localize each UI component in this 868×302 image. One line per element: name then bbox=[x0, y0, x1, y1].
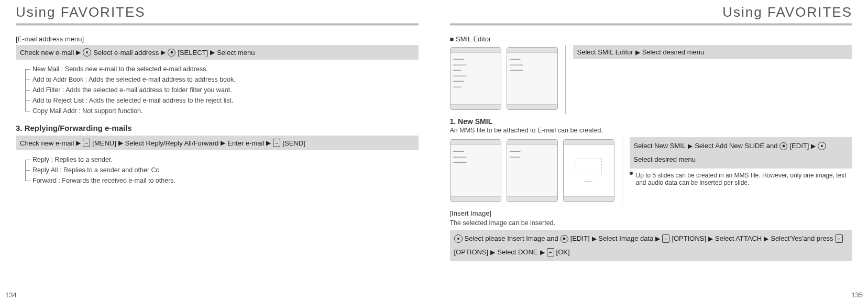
list-item: New Mail : Sends new e-mail to the selec… bbox=[25, 64, 419, 74]
softkey-options: [OPTIONS] bbox=[454, 247, 489, 258]
softkey-edit: [EDIT] bbox=[789, 140, 809, 152]
seg-select-menu: Select desired menu bbox=[634, 154, 696, 165]
phone-mock-body: ▁▁▁▁▁▁▁▁▁▁▁▁▁▁ bbox=[507, 53, 557, 104]
list-item: Reply : Replies to a sender. bbox=[25, 154, 419, 165]
softkey-icon: – bbox=[273, 139, 280, 147]
desc-new-smil: An MMS file to be attached to E-mail can… bbox=[450, 127, 853, 134]
list-item: Copy Mail Addr : Not support function. bbox=[25, 106, 419, 116]
page-number-left: 134 bbox=[5, 291, 17, 299]
page-title-right: Using FAVORITES bbox=[450, 0, 853, 24]
arrow-icon: ▶ bbox=[764, 233, 768, 244]
phone-mock-header bbox=[451, 140, 501, 145]
phone-mock: ▁▁▁▁▁▁▁▁▁▁▁▁▁▁ bbox=[450, 139, 501, 202]
phone-mock-footer bbox=[564, 196, 614, 202]
seg-select-menu: Select desired menu bbox=[642, 48, 705, 56]
arrow-icon: ▶ bbox=[76, 139, 81, 147]
seg-check-new-email: Check new e-mail bbox=[20, 139, 74, 147]
arrow-icon: ▶ bbox=[210, 49, 215, 56]
softkey-select: [SELECT] bbox=[178, 49, 208, 57]
instruction-bar-new-smil: Select New SMIL ▶ Select Add New SLIDE a… bbox=[630, 137, 853, 169]
arrow-icon: ▶ bbox=[490, 247, 495, 258]
arrow-icon: ▶ bbox=[655, 233, 660, 244]
arrow-icon: ▶ bbox=[118, 139, 123, 147]
center-key-icon bbox=[779, 142, 787, 150]
phone-mock-header bbox=[507, 48, 557, 53]
phone-mock-body: ▁▁▁▁▁▁▁▁▁▁▁▁▁▁▁▁▁▁▁▁▁▁▁▁ bbox=[451, 53, 501, 104]
phone-mock: ▁▁▁▁▁▁▁▁▁▁▁▁▁▁ bbox=[507, 47, 558, 110]
phone-mock-footer bbox=[451, 196, 501, 202]
seg-select-reply: Select Reply/Reply All/Forward bbox=[125, 139, 218, 147]
new-smil-row: ▁▁▁▁▁▁▁▁▁▁▁▁▁▁ ▁▁▁▁▁▁▁▁ ▁▁▁ bbox=[450, 137, 853, 206]
seg-select-done: Select DONE bbox=[497, 247, 537, 258]
seg-select-attach: Select ATTACH bbox=[715, 233, 762, 244]
instruction-bar-insert-image: Select please Insert Image and [EDIT] ▶ … bbox=[450, 230, 853, 261]
list-item: Add to Reject List : Adds the selected e… bbox=[25, 95, 419, 106]
seg-add-new-slide: Select Add New SLIDE and bbox=[695, 140, 777, 152]
list-item: Forward : Forwards the received e-mail t… bbox=[25, 175, 419, 186]
seg-check-new-email: Check new e-mail bbox=[20, 49, 74, 57]
smil-editor-row: ▁▁▁▁▁▁▁▁▁▁▁▁▁▁▁▁▁▁▁▁▁▁▁▁ ▁▁▁▁▁▁▁▁▁▁▁▁▁▁ … bbox=[450, 45, 853, 114]
arrow-icon: ▶ bbox=[76, 49, 81, 56]
softkey-ok: [OK] bbox=[556, 247, 570, 258]
note-slides-limit: Up to 5 slides can be created in an MMS … bbox=[630, 172, 853, 186]
softkey-icon: – bbox=[547, 248, 554, 256]
seg-enter-email: Enter e-mail bbox=[227, 139, 264, 147]
arrow-icon: ▶ bbox=[161, 49, 166, 56]
softkey-menu: [MENU] bbox=[92, 139, 116, 147]
arrow-icon: ▶ bbox=[540, 247, 545, 258]
phone-mock-header bbox=[507, 140, 557, 145]
instruction-bar-email-menu: Check new e-mail ▶ Select e-mail address… bbox=[16, 45, 419, 60]
softkey-send: [SEND] bbox=[282, 139, 305, 147]
softkey-icon: – bbox=[83, 139, 90, 147]
dpad-icon bbox=[83, 48, 91, 57]
softkey-icon: – bbox=[836, 234, 843, 243]
list-item: Add to Addr Book : Adds the selected e-m… bbox=[25, 74, 419, 85]
softkey-icon: – bbox=[662, 234, 669, 243]
arrow-icon: ▶ bbox=[635, 49, 640, 56]
title-underline bbox=[16, 24, 419, 26]
list-item: Add Filter : Adds the selected e-mail ad… bbox=[25, 85, 419, 95]
arrow-icon: ▶ bbox=[592, 233, 597, 244]
note-text: Up to 5 slides can be created in an MMS … bbox=[636, 172, 853, 186]
center-key-icon bbox=[168, 49, 175, 57]
seg-select-image-data: Select Image data bbox=[599, 233, 654, 244]
phone-mock-footer bbox=[507, 196, 557, 202]
phone-mock: ▁▁▁▁▁▁▁▁ bbox=[507, 139, 558, 202]
phone-mock: ▁▁▁ bbox=[563, 139, 614, 202]
arrow-icon: ▶ bbox=[708, 233, 713, 244]
phone-mock-row: ▁▁▁▁▁▁▁▁▁▁▁▁▁▁ ▁▁▁▁▁▁▁▁ ▁▁▁ bbox=[450, 139, 614, 202]
phone-mock-header bbox=[451, 48, 501, 53]
softkey-edit: [EDIT] bbox=[570, 233, 590, 244]
seg-insert-image: Select please Insert Image and bbox=[465, 233, 558, 244]
arrow-icon: ▶ bbox=[221, 139, 225, 147]
phone-mock-footer bbox=[507, 104, 557, 109]
list-item: Reply All : Replies to a sender and othe… bbox=[25, 165, 419, 175]
phone-mock-body: ▁▁▁ bbox=[564, 145, 614, 196]
arrow-icon: ▶ bbox=[266, 139, 271, 147]
email-menu-options-list: New Mail : Sends new e-mail to the selec… bbox=[25, 64, 419, 116]
instruction-bar-smil: Select SMIL Editor ▶ Select desired menu bbox=[573, 45, 853, 59]
desc-insert-image: The selected image can be inserted. bbox=[450, 219, 853, 227]
phone-mock-footer bbox=[451, 104, 501, 109]
heading-reply-forward: 3. Replying/Forwarding e-mails bbox=[16, 124, 419, 132]
arrow-icon: ▶ bbox=[811, 141, 816, 151]
email-menu-label: [E-mail address menu] bbox=[16, 35, 419, 43]
insert-image-label: [Insert Image] bbox=[450, 209, 853, 217]
phone-mock: ▁▁▁▁▁▁▁▁▁▁▁▁▁▁▁▁▁▁▁▁▁▁▁▁ bbox=[450, 47, 501, 110]
page-left: Using FAVORITES [E-mail address menu] Ch… bbox=[0, 0, 434, 302]
title-underline bbox=[450, 24, 853, 26]
instruction-bar-reply-forward: Check new e-mail ▶ – [MENU] ▶ Select Rep… bbox=[16, 136, 419, 150]
page-number-right: 135 bbox=[851, 291, 863, 299]
phone-mock-row: ▁▁▁▁▁▁▁▁▁▁▁▁▁▁▁▁▁▁▁▁▁▁▁▁ ▁▁▁▁▁▁▁▁▁▁▁▁▁▁ bbox=[450, 47, 558, 110]
reply-options-list: Reply : Replies to a sender. Reply All :… bbox=[25, 154, 419, 186]
center-key-icon bbox=[561, 235, 568, 243]
smil-editor-label: ■ SMIL Editor bbox=[450, 35, 853, 43]
bullet-icon bbox=[630, 172, 633, 175]
dpad-icon bbox=[818, 142, 826, 150]
phone-mock-header bbox=[564, 140, 614, 145]
page-right: Using FAVORITES ■ SMIL Editor ▁▁▁▁▁▁▁▁▁▁… bbox=[434, 0, 869, 302]
arrow-icon: ▶ bbox=[688, 141, 693, 151]
seg-select-menu: Select menu bbox=[217, 49, 255, 57]
heading-new-smil: 1. New SMIL bbox=[450, 117, 853, 126]
page-title-left: Using FAVORITES bbox=[16, 0, 419, 24]
